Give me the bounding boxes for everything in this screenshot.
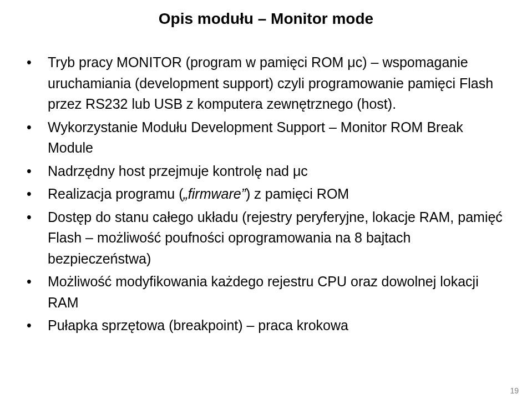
bullet-list: Tryb pracy MONITOR (program w pamięci RO… <box>27 52 505 336</box>
list-item: Dostęp do stanu całego układu (rejestry … <box>27 207 505 270</box>
list-item: Możliwość modyfikowania każdego rejestru… <box>27 271 505 313</box>
list-item: Realizacja programu („firmware”) z pamię… <box>27 184 505 205</box>
list-item-text-pre: Realizacja programu ( <box>48 186 184 201</box>
page-number: 19 <box>510 386 519 395</box>
list-item: Wykorzystanie Modułu Development Support… <box>27 117 505 159</box>
list-item: Pułapka sprzętowa (breakpoint) – praca k… <box>27 315 505 336</box>
list-item: Tryb pracy MONITOR (program w pamięci RO… <box>27 52 505 115</box>
slide-title: Opis modułu – Monitor mode <box>27 10 505 28</box>
list-item-text-post: ) z pamięci ROM <box>246 186 349 201</box>
list-item: Nadrzędny host przejmuje kontrolę nad μc <box>27 161 505 182</box>
slide-page: Opis modułu – Monitor mode Tryb pracy MO… <box>0 0 532 404</box>
list-item-italic: „firmware” <box>184 186 246 201</box>
